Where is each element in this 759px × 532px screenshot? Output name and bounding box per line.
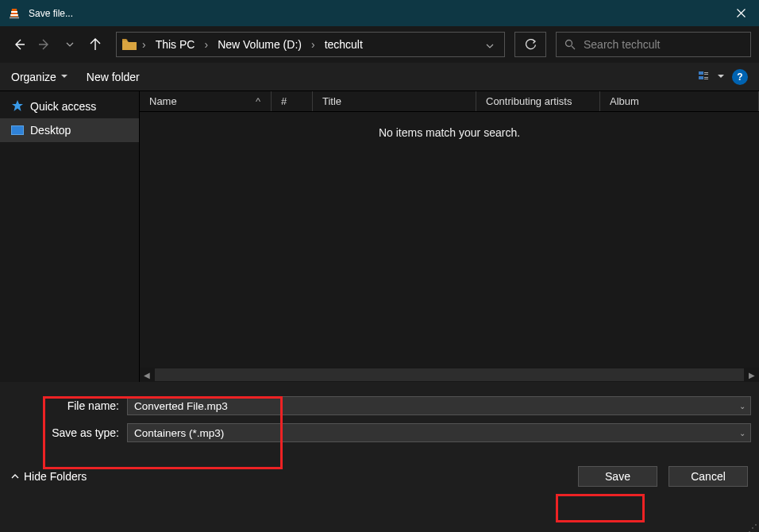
breadcrumb-item[interactable]: techcult bbox=[320, 38, 368, 51]
star-icon bbox=[11, 99, 24, 114]
file-list-area: Name ^ # Title Contributing artists Albu… bbox=[139, 91, 759, 382]
column-contributing-artists[interactable]: Contributing artists bbox=[476, 91, 600, 111]
sort-indicator-icon: ^ bbox=[250, 95, 266, 107]
footer: Hide Folders Save Cancel bbox=[0, 455, 759, 504]
close-icon bbox=[737, 9, 746, 17]
desktop-icon bbox=[11, 125, 24, 135]
recent-dropdown[interactable] bbox=[59, 33, 81, 56]
svg-rect-6 bbox=[704, 74, 708, 75]
cancel-button[interactable]: Cancel bbox=[668, 466, 748, 487]
svg-point-3 bbox=[566, 40, 572, 47]
help-button[interactable]: ? bbox=[732, 69, 748, 85]
svg-rect-8 bbox=[704, 77, 708, 78]
svg-rect-2 bbox=[10, 17, 19, 19]
scroll-left-icon[interactable]: ◀ bbox=[140, 371, 154, 380]
chevron-right-icon: › bbox=[202, 38, 210, 51]
nav-bar: › This PC › New Volume (D:) › techcult S… bbox=[0, 26, 759, 63]
svg-rect-5 bbox=[704, 72, 708, 73]
column-name[interactable]: Name ^ bbox=[140, 91, 272, 111]
svg-rect-4 bbox=[699, 71, 703, 75]
svg-rect-7 bbox=[699, 76, 703, 79]
filename-row: File name: Converted File.mp3 ⌄ bbox=[8, 396, 751, 415]
sidebar: Quick access Desktop bbox=[0, 91, 139, 382]
resize-grip-icon[interactable]: ⋰ bbox=[748, 526, 757, 530]
sidebar-item-desktop[interactable]: Desktop bbox=[0, 118, 139, 142]
new-folder-button[interactable]: New folder bbox=[87, 71, 140, 83]
save-button[interactable]: Save bbox=[578, 466, 657, 487]
details-view-icon bbox=[699, 71, 715, 83]
breadcrumb-item[interactable]: This PC bbox=[151, 38, 200, 51]
search-icon bbox=[564, 39, 576, 50]
refresh-icon bbox=[525, 39, 537, 51]
arrow-right-icon bbox=[38, 38, 51, 51]
close-button[interactable] bbox=[722, 0, 759, 26]
saveas-label: Save as type: bbox=[8, 426, 127, 439]
sidebar-item-quick-access[interactable]: Quick access bbox=[0, 94, 139, 118]
filename-label: File name: bbox=[8, 399, 127, 412]
scroll-track[interactable] bbox=[155, 368, 744, 381]
chevron-down-icon[interactable]: ⌄ bbox=[739, 402, 746, 411]
column-number[interactable]: # bbox=[272, 91, 313, 111]
arrow-up-icon bbox=[89, 38, 102, 51]
title-bar: Save file... bbox=[0, 0, 759, 26]
filename-input[interactable]: Converted File.mp3 ⌄ bbox=[127, 396, 751, 415]
folder-icon bbox=[121, 37, 137, 52]
chevron-right-icon: › bbox=[141, 38, 148, 51]
svg-rect-9 bbox=[704, 79, 708, 79]
hide-folders-button[interactable]: Hide Folders bbox=[11, 470, 87, 483]
column-headers: Name ^ # Title Contributing artists Albu… bbox=[140, 91, 759, 112]
forward-button[interactable] bbox=[33, 33, 56, 56]
sidebar-item-label: Quick access bbox=[30, 100, 96, 113]
column-title[interactable]: Title bbox=[313, 91, 476, 111]
organize-menu[interactable]: Organize bbox=[11, 71, 67, 83]
view-options[interactable] bbox=[699, 71, 724, 83]
chevron-up-icon bbox=[11, 474, 19, 479]
back-button[interactable] bbox=[8, 33, 30, 56]
column-album[interactable]: Album bbox=[600, 91, 759, 111]
search-input[interactable]: Search techcult bbox=[556, 32, 751, 57]
breadcrumb[interactable]: › This PC › New Volume (D:) › techcult bbox=[116, 32, 505, 57]
horizontal-scrollbar[interactable]: ◀ ▶ bbox=[140, 368, 759, 382]
svg-rect-1 bbox=[10, 14, 18, 16]
chevron-down-icon bbox=[486, 44, 494, 48]
window-title: Save file... bbox=[29, 8, 73, 19]
breadcrumb-dropdown[interactable] bbox=[480, 38, 499, 51]
sidebar-item-label: Desktop bbox=[30, 124, 71, 137]
vlc-icon bbox=[6, 6, 22, 21]
saveas-select[interactable]: Containers (*.mp3) ⌄ bbox=[127, 423, 751, 442]
chevron-down-icon bbox=[66, 42, 74, 47]
body: Quick access Desktop Name ^ # Title Cont… bbox=[0, 91, 759, 382]
arrow-left-icon bbox=[13, 38, 25, 51]
refresh-button[interactable] bbox=[514, 32, 546, 57]
search-placeholder: Search techcult bbox=[584, 38, 661, 51]
chevron-down-icon[interactable]: ⌄ bbox=[739, 429, 746, 438]
bottom-bar: File name: Converted File.mp3 ⌄ Save as … bbox=[0, 382, 759, 455]
chevron-right-icon: › bbox=[310, 38, 317, 51]
up-button[interactable] bbox=[84, 33, 106, 56]
chevron-down-icon bbox=[718, 75, 724, 79]
svg-rect-0 bbox=[11, 11, 17, 13]
toolbar: Organize New folder ? bbox=[0, 63, 759, 91]
empty-message: No items match your search. bbox=[140, 112, 759, 368]
saveas-row: Save as type: Containers (*.mp3) ⌄ bbox=[8, 423, 751, 442]
breadcrumb-item[interactable]: New Volume (D:) bbox=[213, 38, 306, 51]
chevron-down-icon bbox=[61, 75, 67, 79]
scroll-right-icon[interactable]: ▶ bbox=[745, 371, 759, 380]
